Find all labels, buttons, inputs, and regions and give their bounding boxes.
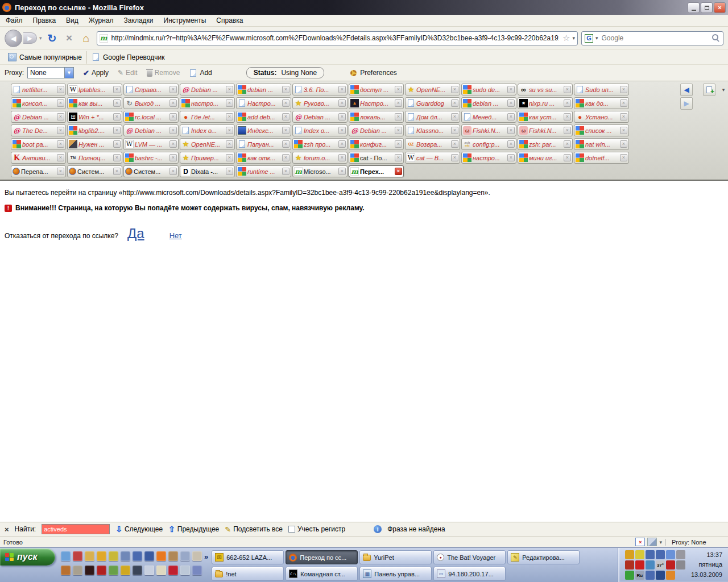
halflife-icon[interactable] xyxy=(85,566,94,575)
tab-close-icon[interactable]: × xyxy=(395,168,402,175)
tab-close-icon[interactable]: × xyxy=(395,99,402,107)
tab-close-icon[interactable]: × xyxy=(57,140,64,148)
tray-disc-icon[interactable] xyxy=(676,550,685,559)
tab-close-icon[interactable]: × xyxy=(226,168,233,175)
proxy-select-arrow-icon[interactable]: ▼ xyxy=(64,68,73,78)
tab[interactable]: Microso...× xyxy=(292,165,348,177)
tab-close-icon[interactable]: × xyxy=(395,113,402,120)
tab[interactable]: Нужен ...× xyxy=(67,138,122,150)
firefox-icon[interactable] xyxy=(156,551,166,561)
tab-close-icon[interactable]: × xyxy=(282,154,289,161)
tab-close-icon[interactable]: × xyxy=(338,86,346,93)
police-icon[interactable] xyxy=(133,566,142,575)
tab[interactable]: nat win...× xyxy=(574,138,629,150)
tab-close-icon[interactable]: × xyxy=(113,168,121,175)
tab[interactable]: Win + *...× xyxy=(67,111,122,123)
task-button[interactable]: Редактирова... xyxy=(507,550,580,564)
tab[interactable]: The De...× xyxy=(11,124,66,136)
tab[interactable]: Дом дл...× xyxy=(405,111,460,123)
stop-button[interactable]: × xyxy=(63,31,76,45)
tray-flash-icon[interactable] xyxy=(635,550,644,559)
tab-close-icon[interactable]: × xyxy=(507,154,515,161)
tab[interactable]: конфиг...× xyxy=(349,138,404,150)
search-input[interactable] xyxy=(601,34,710,43)
forward-button[interactable]: ▶ xyxy=(23,32,37,44)
tab-close-icon[interactable]: × xyxy=(226,140,233,148)
menu-item[interactable]: Журнал xyxy=(89,16,114,24)
menu-item[interactable]: Инструменты xyxy=(164,16,206,24)
checkbox-icon[interactable] xyxy=(288,526,295,533)
tab[interactable]: Iptables...× xyxy=(67,84,122,95)
tab-close-icon[interactable]: × xyxy=(620,154,627,161)
pencil-icon[interactable] xyxy=(85,551,94,561)
tab-close-icon[interactable]: × xyxy=(226,99,233,107)
tray-memory-grid-icon[interactable] xyxy=(666,560,675,569)
highlight-all-button[interactable]: ✎ Подсветить все xyxy=(225,525,283,534)
redcircle-icon[interactable] xyxy=(168,566,178,575)
tab-close-icon[interactable]: × xyxy=(169,86,177,93)
tab[interactable]: su vs su...× xyxy=(518,84,573,95)
tray-speaker-icon[interactable] xyxy=(625,560,634,569)
restore-button[interactable] xyxy=(701,2,713,13)
tab-close-icon[interactable]: × xyxy=(169,113,177,120)
tab[interactable]: Устано...× xyxy=(574,111,629,123)
tab[interactable]: Руково...× xyxy=(292,97,348,109)
find-close-icon[interactable]: × xyxy=(5,525,9,534)
tray-network-c-icon[interactable] xyxy=(666,550,675,559)
tray-cpu-bars-icon[interactable] xyxy=(676,560,685,569)
globe-icon[interactable] xyxy=(73,566,82,575)
puzzle-icon[interactable] xyxy=(192,566,202,575)
tray-worker-icon[interactable] xyxy=(625,550,634,559)
tab[interactable]: Где /et...× xyxy=(180,111,235,123)
tab[interactable]: Sudo ип...× xyxy=(574,84,629,95)
tab-close-icon[interactable]: × xyxy=(507,127,515,134)
tab-close-icon[interactable]: × xyxy=(57,86,64,93)
close-button[interactable]: × xyxy=(714,2,726,13)
window-icon[interactable] xyxy=(144,566,154,575)
cdburn-icon[interactable] xyxy=(121,566,130,575)
tray-network-a-icon[interactable] xyxy=(646,550,655,559)
url-input[interactable] xyxy=(110,34,560,43)
tab-close-icon[interactable]: × xyxy=(226,154,233,161)
tab[interactable]: Настро...× xyxy=(236,97,291,109)
scroll-tabs-right-button[interactable]: ▶ xyxy=(680,97,693,110)
tab[interactable]: Справо...× xyxy=(123,84,179,95)
bookmark-star-icon[interactable]: ☆ xyxy=(562,33,570,43)
tab[interactable]: config:p...× xyxy=(461,138,516,150)
tab[interactable]: zsh про...× xyxy=(292,138,348,150)
tab[interactable]: список ...× xyxy=(574,124,629,136)
tab-close-icon[interactable]: × xyxy=(507,113,515,120)
start-button[interactable]: пуск xyxy=(0,548,55,566)
tab-close-icon[interactable]: × xyxy=(226,113,233,120)
reload-button[interactable]: ↻ xyxy=(46,31,59,45)
yes-link[interactable]: Да xyxy=(127,226,144,242)
find-input[interactable] xyxy=(42,524,110,534)
tab[interactable]: Индекс...× xyxy=(236,124,291,136)
tab-close-icon[interactable]: × xyxy=(564,140,571,148)
menu-item[interactable]: Справка xyxy=(216,16,243,24)
back-button[interactable]: ◀ xyxy=(5,30,22,47)
tray-kav-icon[interactable] xyxy=(625,571,634,580)
home-button[interactable]: ⌂ xyxy=(80,31,93,45)
tab[interactable]: Klassno...× xyxy=(405,124,460,136)
tab-close-icon[interactable]: × xyxy=(564,154,571,161)
url-bar[interactable]: ☆ ▾ xyxy=(97,31,578,45)
image-status-icon[interactable] xyxy=(647,538,657,546)
tab-close-icon[interactable]: × xyxy=(282,168,289,175)
minimize-button[interactable] xyxy=(688,2,700,13)
search-engine-icon[interactable]: G xyxy=(585,34,593,43)
task-button[interactable]: Командная ст... xyxy=(286,567,358,581)
tab[interactable]: Guarddog× xyxy=(405,97,460,109)
tab-close-icon[interactable]: × xyxy=(338,140,346,148)
menu-item[interactable]: Правка xyxy=(33,16,56,24)
task-button[interactable]: Панель управ... xyxy=(359,567,432,581)
keys-icon[interactable] xyxy=(109,551,118,561)
tab[interactable]: zsh: par...× xyxy=(518,138,573,150)
tab-close-icon[interactable]: × xyxy=(169,99,177,107)
calendar-icon[interactable] xyxy=(180,566,190,575)
tab-close-icon[interactable]: × xyxy=(57,99,64,107)
tab[interactable]: Перех...× xyxy=(349,165,404,177)
display-icon[interactable] xyxy=(144,551,154,561)
preferences-button[interactable]: Preferences xyxy=(350,69,397,77)
tab-close-icon[interactable]: × xyxy=(338,99,346,107)
